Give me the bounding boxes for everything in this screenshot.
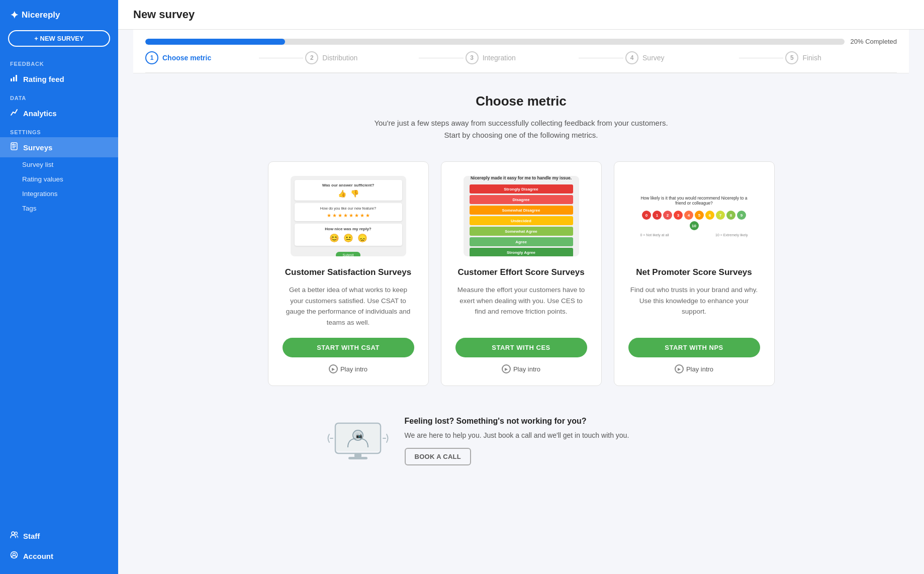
sidebar-item-rating-feed[interactable]: Rating feed xyxy=(0,69,118,89)
ces-bar: Undecided xyxy=(470,216,573,225)
logo-icon: ✦ xyxy=(10,9,19,21)
step-divider-2 xyxy=(419,58,464,58)
star-7: ★ xyxy=(360,213,364,218)
nps-number: 5 xyxy=(695,211,704,220)
svg-point-7 xyxy=(13,553,16,556)
help-illustration: 📷 xyxy=(325,413,391,468)
star-4: ★ xyxy=(343,213,348,218)
progress-steps-container: 20% Completed 1 Choose metric 2 Distribu… xyxy=(133,30,909,73)
account-label: Account xyxy=(23,552,53,560)
step-4-label: Survey xyxy=(642,54,665,62)
nps-card-title: Net Promoter Score Surveys xyxy=(636,267,752,277)
rating-feed-icon xyxy=(10,74,18,84)
nps-number: 10 xyxy=(690,221,699,230)
start-nps-button[interactable]: START WITH NPS xyxy=(628,338,760,357)
logo: ✦ Nicereply xyxy=(0,0,118,28)
ces-card: Nicereply made it easy for me to handle … xyxy=(441,161,602,386)
help-section: 📷 Feeling lost? Something's not working … xyxy=(295,401,748,481)
ces-play-intro[interactable]: ▶ Play intro xyxy=(502,364,540,373)
svg-rect-13 xyxy=(354,453,361,457)
sidebar-item-surveys[interactable]: Surveys xyxy=(0,137,118,157)
nps-numbers-container: 012345678910 xyxy=(640,211,748,230)
step-1-label: Choose metric xyxy=(162,54,211,62)
book-call-button[interactable]: BOOK A CALL xyxy=(405,448,472,465)
step-4: 4 Survey xyxy=(625,51,737,64)
csat-card-top: Was our answer sufficient? 👍 👎 xyxy=(295,180,402,201)
nps-number: 2 xyxy=(663,211,672,220)
emoji-neutral: 😐 xyxy=(343,233,353,243)
sidebar-item-staff[interactable]: Staff xyxy=(0,526,118,546)
csat-emoji-row: 😊 😐 😞 xyxy=(299,233,398,243)
nps-labels: 0 = Not likely at all 10 = Extremely lik… xyxy=(640,233,748,237)
nps-label-high: 10 = Extremely likely xyxy=(715,233,748,237)
step-1: 1 Choose metric xyxy=(145,51,257,64)
svg-point-4 xyxy=(12,532,15,535)
csat-new-feature: How do you like our new feature? ★ ★ ★ ★… xyxy=(295,203,402,221)
star-6: ★ xyxy=(354,213,359,218)
sidebar-item-account[interactable]: Account xyxy=(0,546,118,566)
progress-bar-fill xyxy=(145,39,285,45)
ces-card-title: Customer Effort Score Surveys xyxy=(457,267,584,277)
step-2-circle: 2 xyxy=(305,51,318,64)
step-3-label: Integration xyxy=(483,54,516,62)
star-2: ★ xyxy=(332,213,337,218)
ces-bars-container: Strongly DisagreeDisagreeSomewhat Disagr… xyxy=(470,184,573,256)
step-5: 5 Finish xyxy=(785,51,897,64)
sidebar-sub-item-tags[interactable]: Tags xyxy=(0,201,118,216)
sidebar-sub-item-rating-values[interactable]: Rating values xyxy=(0,172,118,186)
start-csat-button[interactable]: START WITH CSAT xyxy=(283,338,414,357)
play-intro-icon: ▶ xyxy=(329,364,338,373)
staff-label: Staff xyxy=(23,532,40,540)
csat-nice-reply: How nice was my reply? 😊 😐 😞 xyxy=(295,224,402,246)
nps-number: 0 xyxy=(642,211,651,220)
choose-metric-subtitle-2: Start by choosing one of the following m… xyxy=(143,129,899,141)
csat-image: Was our answer sufficient? 👍 👎 How do yo… xyxy=(291,176,406,256)
svg-text:📷: 📷 xyxy=(356,432,362,439)
svg-rect-1 xyxy=(13,77,15,81)
step-1-circle: 1 xyxy=(145,51,158,64)
step-3: 3 Integration xyxy=(466,51,577,64)
progress-bar-background xyxy=(145,39,845,45)
nps-play-intro-label: Play intro xyxy=(686,365,713,373)
nps-number: 4 xyxy=(684,211,693,220)
help-description: We are here to help you. Just book a cal… xyxy=(405,430,629,441)
step-4-circle: 4 xyxy=(625,51,638,64)
nps-label-low: 0 = Not likely at all xyxy=(640,233,669,237)
sidebar-sub-item-survey-list[interactable]: Survey list xyxy=(0,157,118,172)
sidebar: ✦ Nicereply + NEW SURVEY FEEDBACK Rating… xyxy=(0,0,118,574)
step-divider-1 xyxy=(259,58,304,58)
data-section-label: DATA xyxy=(0,89,118,103)
step-2-label: Distribution xyxy=(322,54,357,62)
nps-play-intro[interactable]: ▶ Play intro xyxy=(675,364,713,373)
step-3-circle: 3 xyxy=(466,51,479,64)
csat-play-intro[interactable]: ▶ Play intro xyxy=(329,364,367,373)
start-ces-button[interactable]: START WITH CES xyxy=(455,338,587,357)
nps-number: 8 xyxy=(726,211,735,220)
main-content: New survey 20% Completed 1 Choose metric xyxy=(118,0,924,574)
step-5-circle: 5 xyxy=(785,51,798,64)
svg-rect-0 xyxy=(11,78,12,81)
ces-card-desc: Measure the effort your customers have t… xyxy=(455,284,587,328)
thumb-up-icon: 👍 xyxy=(338,189,346,198)
csat-nice-reply-label: How nice was my reply? xyxy=(299,227,398,231)
settings-section-label: SETTINGS xyxy=(0,123,118,137)
nps-card: How likely is it that you would recommen… xyxy=(614,161,775,386)
star-8: ★ xyxy=(365,213,370,218)
star-3: ★ xyxy=(338,213,342,218)
new-survey-button[interactable]: + NEW SURVEY xyxy=(8,30,110,47)
csat-card: Was our answer sufficient? 👍 👎 How do yo… xyxy=(268,161,429,386)
rating-feed-label: Rating feed xyxy=(23,75,64,83)
thumb-down-icon: 👎 xyxy=(350,189,359,198)
sidebar-item-analytics[interactable]: Analytics xyxy=(0,103,118,123)
progress-bar-row: 20% Completed xyxy=(145,38,897,45)
nps-number: 3 xyxy=(674,211,683,220)
step-divider-3 xyxy=(579,58,623,58)
account-icon xyxy=(10,551,18,561)
analytics-label: Analytics xyxy=(23,109,57,118)
nps-card-desc: Find out who trusts in your brand and wh… xyxy=(628,284,760,328)
page-title: New survey xyxy=(133,8,909,21)
nps-number: 1 xyxy=(653,211,662,220)
csat-was-answer: Was our answer sufficient? xyxy=(299,183,398,187)
sidebar-sub-item-integrations[interactable]: Integrations xyxy=(0,186,118,201)
nps-number: 7 xyxy=(716,211,725,220)
